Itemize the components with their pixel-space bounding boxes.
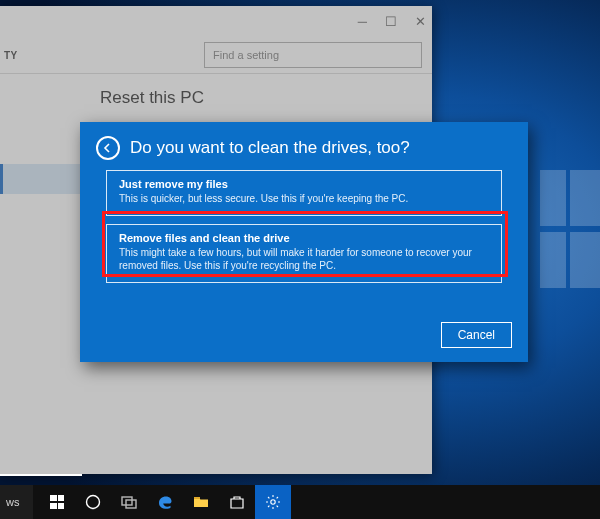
store-icon[interactable] [219, 485, 255, 519]
svg-rect-3 [122, 497, 132, 505]
cancel-button[interactable]: Cancel [441, 322, 512, 348]
reset-pc-dialog: Do you want to clean the drives, too? Ju… [80, 122, 528, 362]
taskbar: ws [0, 485, 600, 519]
option-title: Just remove my files [119, 178, 489, 190]
option-just-remove-files[interactable]: Just remove my files This is quicker, bu… [106, 170, 502, 216]
svg-point-2 [87, 496, 100, 509]
windows-logo-art [540, 170, 600, 300]
taskbar-left-label[interactable]: ws [0, 485, 33, 519]
edge-icon[interactable] [147, 485, 183, 519]
svg-rect-5 [194, 497, 200, 499]
back-button[interactable] [96, 136, 120, 160]
settings-taskbar-icon[interactable] [255, 485, 291, 519]
option-title: Remove files and clean the drive [119, 232, 489, 244]
taskview-icon[interactable] [111, 485, 147, 519]
svg-rect-4 [126, 500, 136, 508]
option-remove-and-clean[interactable]: Remove files and clean the drive This mi… [106, 224, 502, 283]
svg-point-6 [271, 500, 275, 504]
option-desc: This might take a few hours, but will ma… [119, 246, 489, 273]
dialog-title: Do you want to clean the drives, too? [130, 138, 410, 158]
file-explorer-icon[interactable] [183, 485, 219, 519]
cortana-icon[interactable] [75, 485, 111, 519]
option-desc: This is quicker, but less secure. Use th… [119, 192, 489, 206]
start-button[interactable] [39, 485, 75, 519]
desktop-background: ─ ☐ ✕ TY Find a setting Reset this PC [0, 0, 600, 519]
